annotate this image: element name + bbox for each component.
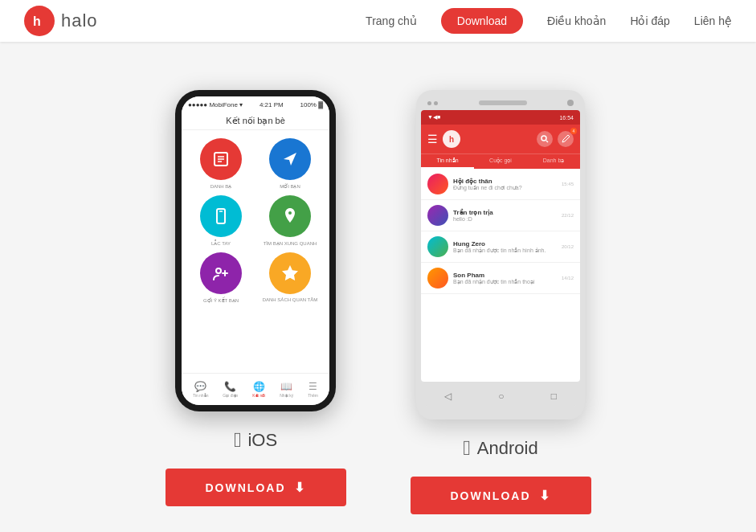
app-icon-quan-tam: DANH SÁCH QUAN TÂM <box>259 252 321 303</box>
android-tab-danh-ba[interactable]: Danh bạ <box>527 154 580 169</box>
iphone-bottom-bar: 💬 Tin nhắn 📞 Gọi điện 🌐 Kết nối 📖 Nhật k… <box>182 373 329 405</box>
chat-info-hoi-doc-than: Hội độc thân Đừng tuần ne đi chơi chưa? <box>453 178 557 191</box>
lac-tay-label: LẮC TAY <box>211 240 231 246</box>
android-back-btn[interactable]: ◁ <box>444 391 452 402</box>
avatar-son-pham <box>427 268 448 289</box>
apple-icon:  <box>234 428 242 452</box>
download-icon: ⬇ <box>294 480 306 495</box>
chat-item-hoi-doc-than[interactable]: Hội độc thân Đừng tuần ne đi chơi chưa? … <box>421 169 580 200</box>
tab-them[interactable]: ☰ Thêm <box>308 381 318 398</box>
android-tab-tin-nhan[interactable]: Tin nhắn <box>421 154 474 169</box>
svg-point-7 <box>216 268 221 273</box>
avatar-hung-zero <box>427 236 448 257</box>
iphone-battery: 100% ▓ <box>300 101 323 108</box>
tab-nhat-ky[interactable]: 📖 Nhật ký <box>280 381 293 398</box>
android-time: 16:54 <box>559 115 574 121</box>
app-icon-tim-ban: TÌM BẠN XUNG QUANH <box>259 195 321 246</box>
iphone-screen: ●●●●● MobiFone ▾ 4:21 PM 100% ▓ Kết nối … <box>182 96 329 405</box>
nav-dieu-khoan[interactable]: Điều khoản <box>547 14 606 27</box>
ios-section: ●●●●● MobiFone ▾ 4:21 PM 100% ▓ Kết nối … <box>166 90 346 506</box>
avatar-hoi-doc-than <box>427 174 448 194</box>
iphone-status-bar: ●●●●● MobiFone ▾ 4:21 PM 100% ▓ <box>182 96 329 113</box>
tab-goi-dien[interactable]: 📞 Gọi điện <box>223 381 238 398</box>
android-home-btn[interactable]: ○ <box>498 391 504 402</box>
ios-download-button[interactable]: DOWNLOAD ⬇ <box>166 469 346 506</box>
chat-item-hung-zero[interactable]: Hung Zero Bạn đã nhận được tin nhắn hình… <box>421 231 580 263</box>
iphone-time: 4:21 PM <box>259 101 284 108</box>
quan-tam-icon <box>269 252 311 294</box>
app-icon-danh-ba: DANH BẠ <box>190 138 252 189</box>
android-status-icons: ▼◀■ <box>427 114 440 121</box>
svg-text:h: h <box>33 14 41 28</box>
avatar-tran-tron-tria <box>427 205 448 226</box>
app-icon-lac-tay: LẮC TAY <box>190 195 252 246</box>
android-nav-bar: ◁ ○ □ <box>421 385 580 407</box>
quan-tam-label: DANH SÁCH QUAN TÂM <box>263 297 318 302</box>
chat-info-hung-zero: Hung Zero Bạn đã nhận được tin nhắn hình… <box>453 240 557 254</box>
android-status-bar: ▼◀■ 16:54 <box>421 110 580 125</box>
nav-lien-he[interactable]: Liên hệ <box>694 14 732 27</box>
lac-tay-icon <box>200 195 242 237</box>
iphone-carrier: ●●●●● MobiFone ▾ <box>188 101 243 108</box>
iphone-app-title: Kết nối bạn bè <box>182 113 329 130</box>
android-tab-cuoc-goi[interactable]: Cuộc gọi <box>474 154 527 169</box>
tim-ban-label: TÌM BẠN XUNG QUANH <box>264 240 317 246</box>
android-download-icon: ⬇ <box>539 488 551 503</box>
android-download-button[interactable]: DOWNLOAD ⬇ <box>411 477 591 514</box>
goi-y-label: GỢI Ý KẾT BẠN <box>203 297 239 303</box>
ios-platform-label:  iOS <box>234 428 277 452</box>
nav-trang-chu[interactable]: Trang chủ <box>366 14 417 27</box>
nav-download[interactable]: Download <box>441 8 523 34</box>
android-mockup: ▼◀■ 16:54 ☰ h <box>416 90 585 419</box>
chat-info-tran-tron-tria: Trần trọn trịa hello :D <box>453 209 557 222</box>
android-toolbar-icons: 4 <box>537 131 574 147</box>
compose-toolbar-icon[interactable]: 4 <box>558 131 574 147</box>
chat-info-son-pham: Son Pham Bạn đã nhận được tin nhắn thoại <box>453 272 557 285</box>
search-toolbar-icon[interactable] <box>537 131 553 147</box>
logo-text: halo <box>61 10 98 31</box>
app-grid: DANH BẠ MỜI BẠN <box>182 130 329 311</box>
moi-ban-icon <box>269 138 311 180</box>
android-speaker <box>479 100 527 105</box>
tab-tin-nhan[interactable]: 💬 Tin nhắn <box>193 381 209 398</box>
logo-area: h halo <box>24 6 366 36</box>
chat-item-tran-tron-tria[interactable]: Trần trọn trịa hello :D 22/12 <box>421 200 580 231</box>
main-content: ●●●●● MobiFone ▾ 4:21 PM 100% ▓ Kết nối … <box>0 42 756 532</box>
tab-ket-noi[interactable]: 🌐 Kết nối <box>252 381 265 398</box>
tim-ban-icon <box>269 195 311 237</box>
app-icon-goi-y: GỢI Ý KẾT BẠN <box>190 252 252 303</box>
svg-point-8 <box>541 136 546 141</box>
android-section: ▼◀■ 16:54 ☰ h <box>411 90 591 514</box>
notification-badge: 4 <box>570 128 577 134</box>
danh-ba-icon <box>200 138 242 180</box>
android-top-bar <box>421 98 580 108</box>
android-tabs: Tin nhắn Cuộc gọi Danh bạ <box>421 153 580 169</box>
android-toolbar: ☰ h <box>421 125 580 153</box>
chat-item-son-pham[interactable]: Son Pham Bạn đã nhận được tin nhắn thoại… <box>421 263 580 294</box>
android-dot <box>434 101 438 105</box>
halo-toolbar-icon: h <box>443 130 460 148</box>
android-recents-btn[interactable]: □ <box>551 391 557 402</box>
android-screen: ▼◀■ 16:54 ☰ h <box>421 110 580 382</box>
android-chat-list: Hội độc thân Đừng tuần ne đi chơi chưa? … <box>421 169 580 294</box>
halo-logo-icon: h <box>24 6 55 36</box>
android-camera <box>567 100 574 106</box>
android-dot <box>427 101 431 105</box>
android-dots <box>427 101 438 105</box>
moi-ban-label: MỜI BẠN <box>280 183 300 189</box>
hamburger-icon[interactable]: ☰ <box>427 133 438 145</box>
iphone-mockup: ●●●●● MobiFone ▾ 4:21 PM 100% ▓ Kết nối … <box>175 90 336 411</box>
android-platform-label:  Android <box>463 436 537 460</box>
header: h halo Trang chủ Download Điều khoản Hỏi… <box>0 0 756 42</box>
app-icon-moi-ban: MỜI BẠN <box>259 138 321 189</box>
android-apple-icon:  <box>463 436 471 460</box>
nav-hoi-dap[interactable]: Hỏi đáp <box>630 14 669 27</box>
svg-line-9 <box>546 141 548 142</box>
danh-ba-label: DANH BẠ <box>210 183 232 189</box>
goi-y-icon <box>200 252 242 294</box>
main-nav: Trang chủ Download Điều khoản Hỏi đáp Li… <box>366 8 732 34</box>
